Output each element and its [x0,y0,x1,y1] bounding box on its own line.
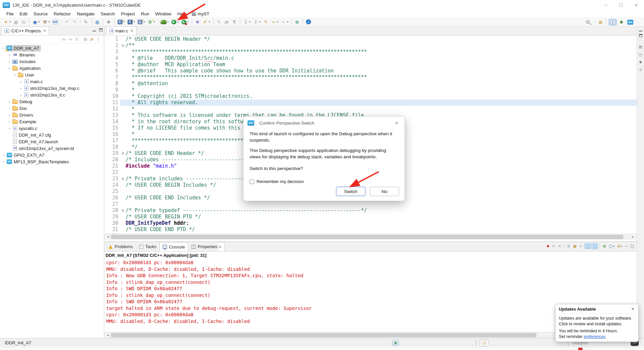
fold-marker-icon[interactable]: ⊖ [120,207,126,214]
code-line[interactable]: 6 * @brief This sample code shows how to… [104,68,637,74]
menu-item[interactable]: Navigate [74,11,98,16]
terminate-button[interactable]: ■ [546,243,550,249]
prev-annotation-button[interactable]: ⇧ [252,18,262,26]
tree-item[interactable]: GPIO_EXTI_A7 [0,152,104,158]
toolbar-button[interactable] [158,19,158,25]
mark-occurrences-button[interactable]: ✎ [215,18,222,26]
maximize-window-button[interactable] [613,0,629,10]
maximize-editor-icon[interactable] [639,34,642,37]
tree-chevron-icon[interactable] [7,126,12,130]
fold-marker-icon[interactable]: ⊖ [120,150,126,157]
external-tools-button[interactable]: ▶ [180,18,190,26]
link-with-editor-button[interactable]: ⇄ [223,18,230,26]
next-annotation-button[interactable]: ⇩ [242,18,252,26]
new-button[interactable]: ✦ [2,18,12,26]
menu-item[interactable]: Search [98,11,118,16]
fold-marker-icon[interactable] [120,195,126,201]
tree-chevron-icon[interactable] [1,153,6,157]
background-tasks-icon[interactable] [480,339,488,346]
fold-marker-icon[interactable]: ⊖ [120,176,126,182]
code-line[interactable]: 8 * @attention [104,80,637,87]
tree-chevron-icon[interactable] [7,53,12,57]
toolbar-button[interactable] [61,19,61,25]
scroll-left-icon[interactable]: ◂ [105,332,111,338]
tree-item[interactable]: stm32mp13xx_a7_sysram.ld [0,145,104,152]
tab-cpp-projects[interactable]: C C/C++ Projects ✕ [1,26,49,35]
fold-marker-icon[interactable] [120,125,126,131]
dialog-title-bar[interactable]: IDE Confirm Perspective Switch ✕ [244,117,405,129]
pin-editor-button[interactable]: ⊕ [294,18,301,26]
clear-console-button[interactable]: ≣ [566,243,571,249]
fold-marker-icon[interactable] [120,36,126,42]
collapse-all-button[interactable]: ⊟ [82,37,89,42]
tree-item[interactable]: Example [0,118,104,125]
view-shortcut-build-targets-button[interactable]: ◳ [637,52,644,57]
fold-marker-icon[interactable] [120,163,126,169]
scroll-right-icon[interactable]: ▸ [630,234,636,240]
debug-perspective-button[interactable]: ✱ [618,19,625,25]
fold-marker-icon[interactable] [120,169,126,176]
select-tool-button[interactable]: ✥ [105,18,112,26]
code-line[interactable]: 1 /* USER CODE BEGIN Header */ [104,36,637,42]
fold-marker-icon[interactable] [120,100,126,106]
code-line[interactable]: 9 * [104,87,637,93]
tree-chevron-icon[interactable] [7,66,12,70]
myst-account[interactable]: myST [192,11,209,16]
new-c-file-button[interactable]: c [137,18,146,26]
show-on-stderr-button[interactable]: ▢ [592,243,598,249]
tree-chevron-icon[interactable] [18,79,23,83]
last-edit-location-button[interactable]: ↰ [262,18,269,26]
menu-item[interactable]: Help [174,11,190,16]
fold-marker-icon[interactable] [120,214,126,220]
minimize-editor-icon[interactable] [639,29,642,31]
remove-all-launches-button[interactable]: ✕ [557,243,562,249]
new-cpp-project-button[interactable]: C [127,18,136,26]
fold-marker-icon[interactable] [120,87,126,93]
fold-marker-icon[interactable] [120,157,126,163]
generate-code-button[interactable]: G [147,18,156,26]
tree-item[interactable]: Application [0,65,104,71]
toolbar-button[interactable] [192,19,192,25]
fold-marker-icon[interactable] [120,119,126,125]
no-button[interactable]: No [370,187,399,196]
code-line[interactable]: 11 * All rights reserved. [104,100,637,106]
close-tab-icon[interactable]: ✕ [43,29,46,33]
cpp-perspective-button[interactable]: C [609,19,617,25]
toolbar-button[interactable] [291,19,292,25]
device-configuration-button[interactable]: ◉ [31,18,41,26]
tree-item[interactable]: MP13_BSP_BasicTemplates [0,158,104,165]
cubemx-perspective-button[interactable]: MX [626,19,635,25]
show-whitespace-button[interactable]: ¶ [231,18,238,26]
tab-main-c[interactable]: main.c ✕ [106,26,137,35]
fold-marker-icon[interactable] [120,61,126,68]
word-wrap-button[interactable]: ↩ [579,243,584,249]
console-tool-button[interactable] [564,243,564,249]
toolbar-button[interactable] [213,19,213,25]
scrollbar-thumb[interactable] [111,333,536,337]
back-button[interactable]: ⇦ [270,18,279,26]
menu-item[interactable]: File [3,11,17,16]
fold-marker-icon[interactable]: ⊖ [120,42,126,49]
search-icon[interactable] [586,20,590,24]
toolbar-button[interactable] [80,19,80,25]
code-line[interactable]: 3 **************************************… [104,49,637,55]
open-perspective-button[interactable]: ⊞ [597,19,604,25]
tree-item[interactable]: stm32mp13xx_hal_msp.c [0,85,104,92]
code-line[interactable]: 28 ⊖ /* Private typedef ----------------… [104,207,637,214]
fold-marker-icon[interactable] [120,138,126,144]
team-sync-button[interactable]: ❖ [194,18,201,26]
fold-marker-icon[interactable] [120,182,126,188]
preferences-link[interactable]: preferences [584,334,605,339]
up-arrow-button[interactable]: ⇧ [73,37,80,42]
view-shortcut-static-analysis-button[interactable]: ✱ [637,60,644,64]
tree-item[interactable]: Binaries [0,51,104,58]
undo-button[interactable]: ↶ [63,18,70,26]
tree-item[interactable]: DDR_Init_A7 [0,45,104,51]
view-shortcut-docs-button[interactable]: ⟐ [637,68,644,72]
maximize-view-button[interactable]: ▢ [629,243,635,249]
tree-chevron-icon[interactable] [7,113,12,117]
console-tool-button[interactable] [600,243,600,249]
maximize-view-icon[interactable] [99,28,103,31]
minimize-window-button[interactable] [598,0,613,10]
menu-item[interactable]: Project [118,11,138,16]
